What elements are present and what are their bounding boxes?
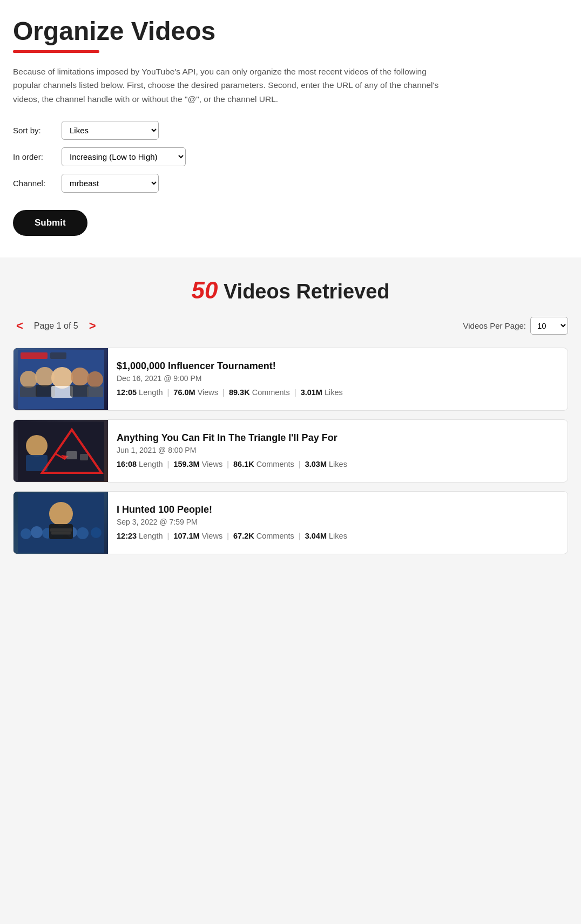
- next-page-button[interactable]: >: [86, 319, 99, 333]
- retrieved-label: Videos Retrieved: [224, 280, 390, 303]
- video-thumbnail: [13, 420, 108, 482]
- video-date: Sep 3, 2022 @ 7:59 PM: [117, 518, 559, 526]
- video-thumbnail: [13, 492, 108, 554]
- video-info: $1,000,000 Influencer Tournament! Dec 16…: [108, 348, 568, 410]
- stat-views: 107.1M: [173, 532, 199, 540]
- order-row: In order: Increasing (Low to High) Decre…: [13, 147, 568, 166]
- order-label: In order:: [13, 152, 56, 161]
- stat-likes: 3.01M: [301, 388, 322, 397]
- channel-select[interactable]: mrbeast pewdiepie markiplier jackseptice…: [62, 174, 159, 193]
- video-stats: 12:23 Length | 107.1M Views | 67.2K Comm…: [117, 531, 559, 542]
- sort-row: Sort by: Likes Views Comments Length Dat…: [13, 121, 568, 140]
- stat-length: 16:08: [117, 460, 137, 468]
- stat-likes: 3.03M: [305, 460, 327, 468]
- pagination-right: Videos Per Page: 5 10 20 50: [463, 317, 568, 335]
- svg-rect-10: [87, 386, 103, 397]
- video-date: Dec 16, 2021 @ 9:00 PM: [117, 374, 559, 383]
- svg-point-5: [87, 371, 103, 388]
- svg-rect-11: [21, 352, 48, 359]
- video-info: Anything You Can Fit In The Triangle I'l…: [108, 420, 568, 482]
- stat-views: 159.3M: [173, 460, 199, 468]
- title-underline: [13, 50, 99, 53]
- page-title: Organize Videos: [13, 17, 568, 46]
- video-title: I Hunted 100 People!: [117, 504, 559, 515]
- stat-length: 12:23: [117, 532, 137, 540]
- page-info: Page 1 of 5: [34, 321, 78, 331]
- video-list: $1,000,000 Influencer Tournament! Dec 16…: [13, 348, 568, 554]
- video-title: Anything You Can Fit In The Triangle I'l…: [117, 432, 559, 444]
- svg-rect-19: [66, 451, 77, 459]
- stat-comments: 67.2K: [233, 532, 254, 540]
- video-info: I Hunted 100 People! Sep 3, 2022 @ 7:59 …: [108, 492, 568, 554]
- svg-point-23: [31, 526, 43, 538]
- table-row: Anything You Can Fit In The Triangle I'l…: [13, 419, 568, 483]
- svg-rect-9: [70, 385, 89, 397]
- prev-page-button[interactable]: <: [13, 319, 26, 333]
- sort-label: Sort by:: [13, 126, 56, 135]
- svg-point-27: [77, 527, 89, 539]
- stat-comments: 86.1K: [233, 460, 254, 468]
- description-text: Because of limitations imposed by YouTub…: [13, 65, 456, 106]
- stat-comments: 89.3K: [229, 388, 250, 397]
- table-row: I Hunted 100 People! Sep 3, 2022 @ 7:59 …: [13, 491, 568, 554]
- video-count: 50: [191, 277, 218, 303]
- top-section: Organize Videos Because of limitations i…: [0, 0, 581, 257]
- pagination-bar: < Page 1 of 5 > Videos Per Page: 5 10 20…: [13, 317, 568, 335]
- thumbnail-svg: [18, 350, 104, 409]
- video-title: $1,000,000 Influencer Tournament!: [117, 361, 559, 372]
- stat-views: 76.0M: [173, 388, 195, 397]
- thumbnail-svg: [18, 493, 104, 553]
- video-stats: 16:08 Length | 159.3M Views | 86.1K Comm…: [117, 459, 559, 471]
- thumbnail-image: [13, 348, 108, 410]
- thumbnail-image: [13, 492, 108, 554]
- results-section: 50 Videos Retrieved < Page 1 of 5 > Vide…: [0, 257, 581, 576]
- retrieved-heading: 50 Videos Retrieved: [13, 277, 568, 304]
- table-row: $1,000,000 Influencer Tournament! Dec 16…: [13, 348, 568, 411]
- sort-select[interactable]: Likes Views Comments Length Date: [62, 121, 159, 140]
- thumbnail-svg: [18, 422, 104, 481]
- video-stats: 12:05 Length | 76.0M Views | 89.3K Comme…: [117, 387, 559, 399]
- stat-length: 12:05: [117, 388, 137, 397]
- svg-point-22: [21, 528, 31, 539]
- channel-label: Channel:: [13, 179, 56, 188]
- per-page-label: Videos Per Page:: [463, 321, 526, 330]
- video-date: Jun 1, 2021 @ 8:00 PM: [117, 446, 559, 454]
- submit-button[interactable]: Submit: [13, 210, 87, 236]
- channel-row: Channel: mrbeast pewdiepie markiplier ja…: [13, 174, 568, 193]
- svg-rect-12: [50, 352, 66, 359]
- pagination-left: < Page 1 of 5 >: [13, 319, 99, 333]
- svg-point-4: [71, 368, 89, 386]
- svg-point-28: [91, 527, 102, 538]
- stat-likes: 3.04M: [305, 532, 327, 540]
- svg-rect-8: [51, 386, 73, 398]
- svg-point-1: [20, 371, 37, 388]
- order-select[interactable]: Increasing (Low to High) Decreasing (Hig…: [62, 147, 186, 166]
- svg-point-14: [26, 435, 48, 457]
- thumbnail-image: [13, 420, 108, 482]
- video-thumbnail: [13, 348, 108, 410]
- svg-rect-20: [80, 454, 88, 460]
- svg-point-29: [49, 502, 73, 526]
- per-page-select[interactable]: 5 10 20 50: [530, 317, 568, 335]
- svg-rect-6: [20, 386, 37, 397]
